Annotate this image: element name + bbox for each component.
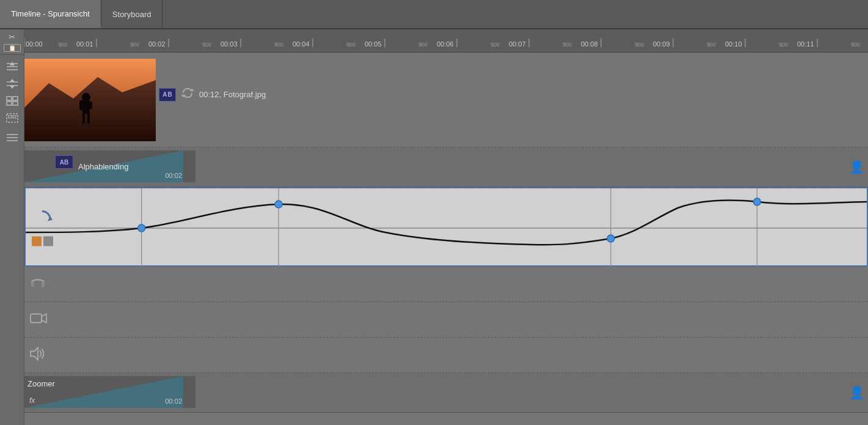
svg-text:500: 500 xyxy=(274,42,283,48)
svg-marker-7 xyxy=(10,86,15,89)
svg-text:00:11: 00:11 xyxy=(797,40,814,48)
timeline-area: 00:00 00:01 00:02 00:03 00:04 xyxy=(24,29,868,425)
volume-icon[interactable] xyxy=(3,130,21,146)
transition-time: 00:02 xyxy=(165,172,182,179)
svg-text:00:04: 00:04 xyxy=(293,40,310,48)
ab-transition-icon: AB xyxy=(159,88,176,102)
svg-point-69 xyxy=(82,93,90,102)
svg-text:00:05: 00:05 xyxy=(365,40,382,48)
transition-block[interactable]: AB Alphablending 00:02 xyxy=(24,150,195,182)
svg-marker-6 xyxy=(10,79,15,82)
svg-text:00:01: 00:01 xyxy=(76,40,93,48)
svg-text:500: 500 xyxy=(563,42,572,48)
thumbnail-svg xyxy=(24,59,156,141)
svg-text:500: 500 xyxy=(635,42,644,48)
svg-point-86 xyxy=(753,198,760,205)
svg-rect-70 xyxy=(79,100,84,110)
svg-rect-87 xyxy=(31,282,34,287)
zoomer-label: Zoomer xyxy=(27,379,55,388)
audio-track xyxy=(24,338,868,373)
camera-track xyxy=(24,302,868,338)
ruler: 00:00 00:01 00:02 00:03 00:04 xyxy=(24,29,868,53)
svg-marker-91 xyxy=(31,347,38,360)
svg-text:500: 500 xyxy=(58,42,67,48)
svg-text:00:09: 00:09 xyxy=(653,40,670,48)
group-icon[interactable] xyxy=(3,93,21,109)
motion-track xyxy=(24,187,868,267)
video-clip[interactable] xyxy=(24,59,156,141)
svg-text:00:06: 00:06 xyxy=(437,40,454,48)
clip-name: 00:12, Fotograf.jpg xyxy=(199,90,266,99)
svg-rect-72 xyxy=(87,113,90,124)
tab-bar: Timeline - Spuransicht Storyboard xyxy=(0,0,868,29)
effects-icon xyxy=(29,275,46,294)
svg-text:00:07: 00:07 xyxy=(509,40,526,48)
svg-text:500: 500 xyxy=(491,42,500,48)
tab-storyboard-label: Storyboard xyxy=(112,10,151,19)
tab-timeline-label: Timeline - Spuransicht xyxy=(11,9,90,18)
zoomer-track: 👤 Zoomer fx 00:02 xyxy=(24,373,868,413)
svg-rect-73 xyxy=(90,102,92,109)
svg-rect-89 xyxy=(31,314,42,322)
svg-text:500: 500 xyxy=(130,42,139,48)
ungroup-icon[interactable] xyxy=(3,110,21,126)
svg-rect-8 xyxy=(7,97,12,100)
svg-point-85 xyxy=(607,235,615,242)
audio-icon xyxy=(29,346,46,364)
video-track: AB 00:12, Fotograf.jpg xyxy=(24,53,868,147)
svg-text:500: 500 xyxy=(779,42,788,48)
svg-text:00:02: 00:02 xyxy=(148,40,166,48)
zoomer-time: 00:02 xyxy=(165,397,182,405)
svg-text:500: 500 xyxy=(707,42,716,48)
svg-rect-9 xyxy=(13,97,18,100)
tracks-container: AB 00:12, Fotograf.jpg 👤 xyxy=(24,53,868,425)
svg-text:00:00: 00:00 xyxy=(26,40,43,48)
cut-icon[interactable]: ✂ xyxy=(3,32,21,43)
svg-text:00:10: 00:10 xyxy=(725,40,742,48)
svg-rect-14 xyxy=(13,116,16,118)
svg-marker-90 xyxy=(42,314,46,322)
ripple-icon[interactable] xyxy=(3,59,21,75)
svg-text:500: 500 xyxy=(851,42,860,48)
svg-rect-10 xyxy=(7,102,12,105)
ruler-svg: 00:00 00:01 00:02 00:03 00:04 xyxy=(24,29,868,50)
motion-curve-svg xyxy=(26,188,867,268)
effects-track xyxy=(24,267,868,302)
svg-text:500: 500 xyxy=(346,42,356,48)
svg-text:00:03: 00:03 xyxy=(221,40,238,48)
svg-rect-71 xyxy=(82,113,85,124)
transition-label: Alphablending xyxy=(78,162,128,171)
svg-rect-11 xyxy=(13,102,18,105)
svg-point-83 xyxy=(138,224,145,232)
main-container: ✂ 📋 xyxy=(0,29,868,425)
slip-icon[interactable] xyxy=(3,76,21,92)
svg-rect-88 xyxy=(42,282,45,287)
svg-text:00:08: 00:08 xyxy=(581,40,598,48)
clip-info: AB 00:12, Fotograf.jpg xyxy=(159,86,266,103)
svg-text:500: 500 xyxy=(202,42,211,48)
transition-person-icon: 👤 xyxy=(849,160,864,174)
zoomer-fx-label: fx xyxy=(29,396,35,405)
svg-point-84 xyxy=(275,201,282,208)
loop-icon xyxy=(181,86,194,103)
tab-storyboard[interactable]: Storyboard xyxy=(101,0,163,28)
left-toolbar: ✂ 📋 xyxy=(0,29,24,425)
zoomer-block[interactable]: Zoomer fx 00:02 xyxy=(24,376,195,408)
svg-rect-13 xyxy=(9,116,12,118)
svg-text:500: 500 xyxy=(418,42,428,48)
tab-timeline[interactable]: Timeline - Spuransicht xyxy=(0,0,101,28)
paste-icon[interactable]: 📋 xyxy=(4,44,21,52)
camera-icon xyxy=(29,311,48,328)
transition-track: 👤 AB Alphablending 00:02 xyxy=(24,147,868,187)
transition-ab-badge: AB xyxy=(55,155,73,169)
zoomer-person-icon: 👤 xyxy=(849,385,864,400)
